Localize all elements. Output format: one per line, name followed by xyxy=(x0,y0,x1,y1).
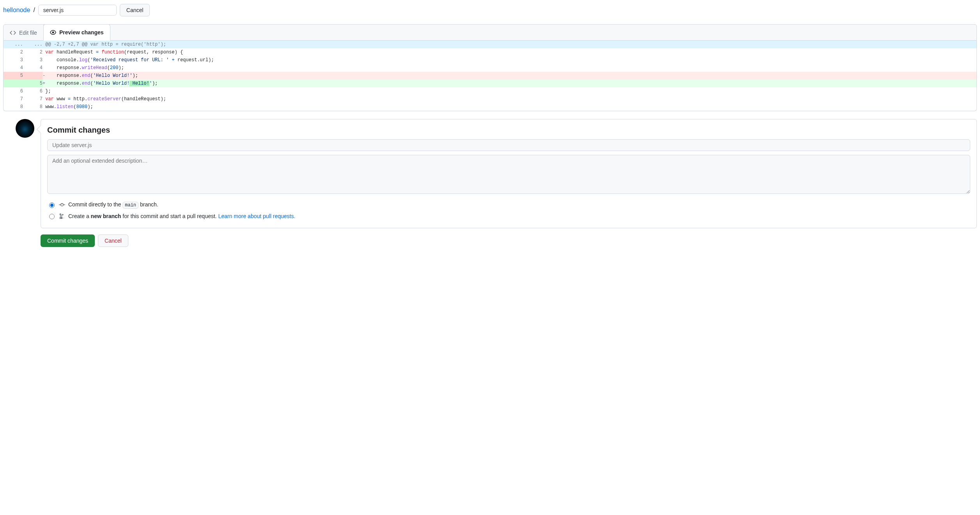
line-number-new[interactable]: 6 xyxy=(23,87,43,95)
diff-line: 88www.listen(8080); xyxy=(4,103,976,111)
branch-chip: main xyxy=(123,202,138,209)
repo-link[interactable]: hellonode xyxy=(3,7,30,14)
diff-hunk-header: ......@@ -2,7 +2,7 @@ var http = require… xyxy=(4,41,976,48)
diff-line: 66}; xyxy=(4,87,976,95)
line-number-new[interactable]: 4 xyxy=(23,64,43,72)
line-number-new[interactable]: 3 xyxy=(23,56,43,64)
eye-icon xyxy=(50,29,56,36)
commit-description-textarea[interactable] xyxy=(47,155,970,194)
git-commit-icon xyxy=(59,202,65,208)
diff-marker: + xyxy=(43,80,45,87)
cancel-button[interactable]: Cancel xyxy=(120,4,150,16)
diff-view: ......@@ -2,7 +2,7 @@ var http = require… xyxy=(3,41,977,111)
form-actions: Commit changes Cancel xyxy=(3,234,977,247)
line-number-new[interactable]: 8 xyxy=(23,103,43,111)
commit-cancel-button[interactable]: Cancel xyxy=(98,234,128,247)
code-cell: www.listen(8080); xyxy=(45,103,976,111)
diff-marker: - xyxy=(43,72,45,80)
line-number-new[interactable]: 5 xyxy=(23,80,43,87)
line-number-old[interactable]: 4 xyxy=(4,64,23,72)
code-cell: console.log('Received request for URL: '… xyxy=(45,56,976,64)
commit-form: Commit changes Commit directly to the ma… xyxy=(41,119,977,228)
breadcrumb-separator: / xyxy=(33,7,35,14)
diff-marker xyxy=(43,103,45,111)
line-number-old[interactable]: 8 xyxy=(4,103,23,111)
tab-label: Preview changes xyxy=(59,29,104,36)
diff-marker xyxy=(43,56,45,64)
commit-direct-label: Commit directly to the main branch. xyxy=(68,201,158,208)
tab-edit-file[interactable]: Edit file xyxy=(3,24,44,41)
diff-marker xyxy=(43,87,45,95)
commit-summary-input[interactable] xyxy=(47,139,970,151)
hunk-text: @@ -2,7 +2,7 @@ var http = require('http… xyxy=(45,41,976,48)
code-cell: response.end('Hello World!'); xyxy=(45,72,976,80)
diff-table: ......@@ -2,7 +2,7 @@ var http = require… xyxy=(4,41,976,111)
line-number-new[interactable]: ... xyxy=(23,41,43,48)
line-number-old[interactable]: 6 xyxy=(4,87,23,95)
code-cell: var handleRequest = function(request, re… xyxy=(45,48,976,56)
code-cell: response.writeHead(200); xyxy=(45,64,976,72)
commit-submit-button[interactable]: Commit changes xyxy=(41,234,95,247)
avatar xyxy=(16,119,34,138)
commit-pr-label: Create a new branch for this commit and … xyxy=(68,213,295,219)
commit-heading: Commit changes xyxy=(47,126,970,135)
code-icon xyxy=(10,30,16,36)
line-number-new[interactable]: 7 xyxy=(23,95,43,103)
diff-line: 22var handleRequest = function(request, … xyxy=(4,48,976,56)
diff-marker xyxy=(43,48,45,56)
diff-marker xyxy=(43,64,45,72)
radio-commit-direct[interactable] xyxy=(49,202,55,208)
line-number-new[interactable] xyxy=(23,72,43,80)
diff-line: 33 console.log('Received request for URL… xyxy=(4,56,976,64)
code-cell: var www = http.createServer(handleReques… xyxy=(45,95,976,103)
radio-commit-pr[interactable] xyxy=(49,214,55,219)
commit-pr-option[interactable]: Create a new branch for this commit and … xyxy=(47,210,970,222)
code-cell: response.end('Hello World! Hello!'); xyxy=(45,80,976,87)
commit-direct-option[interactable]: Commit directly to the main branch. xyxy=(47,199,970,210)
line-number-old[interactable] xyxy=(4,80,23,87)
diff-marker xyxy=(43,95,45,103)
pr-learn-more-link[interactable]: Learn more about pull requests. xyxy=(218,213,295,219)
line-number-old[interactable]: 5 xyxy=(4,72,23,80)
line-number-old[interactable]: 2 xyxy=(4,48,23,56)
tab-bar: Edit file Preview changes xyxy=(3,24,977,41)
diff-line: 5+ response.end('Hello World! Hello!'); xyxy=(4,80,976,87)
tab-label: Edit file xyxy=(19,30,37,36)
line-number-old[interactable]: 7 xyxy=(4,95,23,103)
line-number-new[interactable]: 2 xyxy=(23,48,43,56)
diff-line: 44 response.writeHead(200); xyxy=(4,64,976,72)
line-number-old[interactable]: ... xyxy=(4,41,23,48)
filename-input[interactable] xyxy=(38,5,117,16)
tab-preview-changes[interactable]: Preview changes xyxy=(43,24,110,41)
diff-line: 5- response.end('Hello World!'); xyxy=(4,72,976,80)
git-pull-request-icon xyxy=(59,213,65,219)
diff-line: 77var www = http.createServer(handleRequ… xyxy=(4,95,976,103)
breadcrumb: hellonode / Cancel xyxy=(3,4,977,16)
code-cell: }; xyxy=(45,87,976,95)
line-number-old[interactable]: 3 xyxy=(4,56,23,64)
